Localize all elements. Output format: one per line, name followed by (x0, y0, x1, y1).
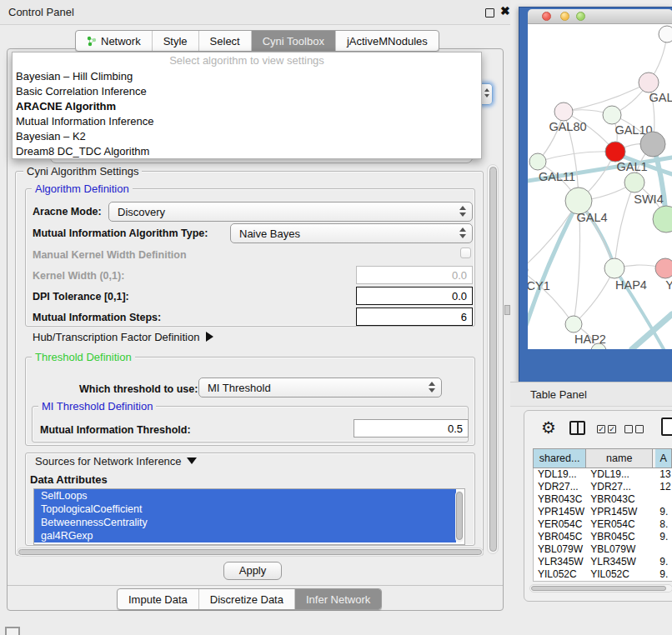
zoom-window-icon[interactable] (576, 12, 585, 21)
tab-label: jActiveMNodules (347, 31, 428, 52)
table-row[interactable]: YER054CYER054C8. (534, 518, 672, 531)
network-node-gal11[interactable] (529, 153, 546, 170)
network-node-gal80[interactable] (554, 102, 573, 121)
settings-vertical-scrollbar[interactable] (487, 164, 499, 554)
close-window-icon[interactable] (542, 12, 551, 21)
network-node-label: HAP4 (615, 278, 647, 292)
algorithm-combobox-arrow[interactable] (481, 83, 493, 105)
mi-steps-field[interactable]: 6 (356, 308, 473, 326)
column-header-name[interactable]: name (586, 449, 653, 468)
settings-horizontal-scrollbar[interactable] (17, 548, 484, 557)
tab-discretize-data[interactable]: Discretize Data (198, 589, 294, 609)
tab-cyni-toolbox[interactable]: Cyni Toolbox (251, 31, 335, 51)
table-cell: YDL19... (586, 468, 655, 481)
tab-select[interactable]: Select (198, 31, 251, 51)
network-node-y[interactable] (655, 258, 672, 278)
minimize-window-icon[interactable] (560, 12, 569, 21)
tab-infer-network[interactable]: Infer Network (294, 589, 381, 609)
tab-label: Discretize Data (210, 589, 283, 610)
hub-definition-label: Hub/Transcription Factor Definition (33, 331, 199, 343)
apply-button[interactable]: Apply (223, 562, 282, 580)
mi-threshold-field[interactable]: 0.5 (354, 419, 469, 438)
node-table: shared...nameA YDL19...YDL19...13YDR27..… (533, 448, 672, 582)
columns-icon[interactable] (569, 421, 585, 435)
network-node-gal10[interactable] (603, 106, 621, 124)
table-row[interactable]: YBR043CYBR043C (534, 493, 672, 506)
table-horizontal-scrollbar-thumb[interactable] (531, 586, 666, 591)
attributes-scrollbar[interactable] (455, 491, 464, 542)
table-cell: YPR145W (534, 506, 586, 518)
float-panel-icon[interactable] (485, 8, 494, 18)
column-header-shared[interactable]: shared... (534, 449, 586, 468)
tab-style[interactable]: Style (152, 31, 198, 51)
table-cell: YDL19... (534, 468, 586, 481)
network-node-label: GAL80 (549, 120, 586, 133)
manual-kernel-label: Manual Kernel Width Definition (33, 249, 187, 261)
algorithm-option[interactable]: Mutual Information Inference (13, 114, 481, 129)
hub-definition-toggle[interactable]: Hub/Transcription Factor Definition (33, 331, 213, 343)
network-node-swi4[interactable] (624, 172, 644, 192)
close-icon[interactable]: ✖ (500, 4, 510, 18)
attribute-item[interactable]: gal4RGexp (34, 529, 456, 542)
table-cell: YIL052C (586, 568, 655, 581)
table-row[interactable]: YIL052CYIL052C9. (534, 568, 672, 581)
network-node[interactable] (653, 206, 672, 232)
sources-group-toggle[interactable]: Sources for Network Inference (32, 455, 200, 468)
manual-kernel-checkbox[interactable] (460, 248, 471, 258)
corner-widget[interactable] (5, 627, 20, 635)
deselect-all-icon[interactable] (624, 425, 633, 433)
table-row[interactable]: YBL079WYBL079W (534, 543, 672, 556)
network-node-hap2[interactable] (565, 316, 582, 332)
tab-network[interactable]: Network (76, 31, 152, 51)
data-attributes-list[interactable]: SelfLoopsTopologicalCoefficientBetweenne… (33, 488, 465, 545)
kernel-width-field[interactable]: 0.0 (356, 266, 473, 284)
settings-vertical-scrollbar-thumb[interactable] (489, 167, 497, 552)
attribute-item[interactable]: BetweennessCentrality (34, 516, 456, 529)
network-node-gal1[interactable] (605, 142, 625, 162)
gear-icon[interactable]: ⚙ (541, 418, 556, 438)
column-header-A[interactable]: A (655, 449, 672, 468)
table-cell: YIL052C (534, 568, 586, 581)
mi-type-value: Naive Bayes (239, 228, 300, 240)
table-row[interactable]: YBR045CYBR045C9. (534, 531, 672, 543)
algorithm-dropdown-popup: Select algorithm to view settings Bayesi… (12, 52, 482, 159)
attribute-item[interactable]: TopologicalCoefficient (34, 502, 456, 516)
algorithm-option[interactable]: Dream8 DC_TDC Algorithm (13, 144, 481, 159)
document-icon[interactable] (661, 418, 672, 436)
table-panel-window: ⚙ ✓ ✓ shared...nameA YDL19...YDL19...13Y… (524, 410, 672, 602)
settings-horizontal-scrollbar-thumb[interactable] (18, 549, 482, 555)
network-node[interactable] (659, 26, 672, 42)
attributes-scrollbar-thumb[interactable] (456, 492, 463, 540)
table-row[interactable]: YDR27...YDR27...12 (534, 481, 672, 493)
network-window-titlebar[interactable] (528, 9, 672, 24)
algorithm-option[interactable]: Basic Correlation Inference (13, 84, 481, 99)
network-canvas[interactable]: GALGAL80GAL10GAL1GAL11SWI4GAL4GCY1HAP4YH… (528, 24, 672, 349)
table-row[interactable]: YLR345WYLR345W9. (534, 556, 672, 568)
select-all-icon[interactable]: ✓ (597, 425, 605, 433)
algorithm-option[interactable]: ARACNE Algorithm (13, 99, 481, 114)
select-all-icon[interactable]: ✓ (608, 425, 616, 433)
table-row[interactable]: YDL19...YDL19...13 (534, 468, 672, 481)
attribute-item[interactable]: SelfLoops (34, 489, 456, 502)
which-threshold-value: MI Threshold (208, 382, 271, 394)
table-cell: YER054C (534, 518, 586, 531)
tab-impute-data[interactable]: Impute Data (118, 589, 198, 609)
panel-divider (8, 585, 503, 586)
dpi-tolerance-field[interactable]: 0.0 (356, 287, 473, 305)
splitter-handle[interactable] (504, 305, 510, 315)
algorithm-option[interactable]: Bayesian – Hill Climbing (13, 69, 481, 84)
combo-arrows-icon (459, 206, 466, 217)
table-cell: YBR043C (586, 493, 655, 506)
aracne-mode-combobox[interactable]: Discovery (108, 202, 473, 222)
table-row[interactable]: YPR145WYPR145W9. (534, 506, 672, 518)
network-node-hap4[interactable] (604, 258, 624, 278)
expand-arrow-icon (206, 332, 213, 342)
network-node-gal[interactable] (639, 72, 659, 92)
algorithm-option[interactable]: Bayesian – K2 (13, 129, 481, 144)
table-horizontal-scrollbar[interactable] (529, 584, 672, 592)
network-node[interactable] (640, 132, 665, 157)
mi-type-combobox[interactable]: Naive Bayes (230, 223, 473, 243)
which-threshold-combobox[interactable]: MI Threshold (198, 378, 442, 398)
deselect-all-icon[interactable] (635, 425, 644, 433)
tab-jactivemnodules[interactable]: jActiveMNodules (335, 31, 439, 51)
